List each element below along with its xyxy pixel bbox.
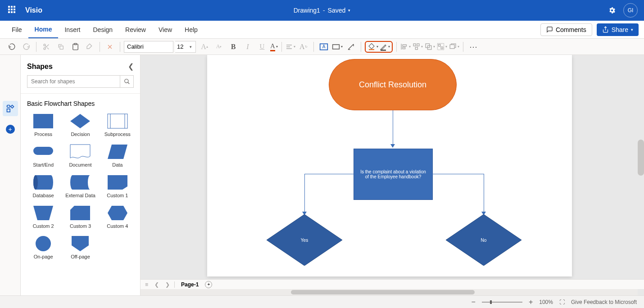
app-launcher-icon[interactable] <box>8 6 17 15</box>
align-button[interactable]: ▾ <box>286 43 295 50</box>
ribbon-tabs: File Home Insert Design Review View Help… <box>0 21 644 39</box>
underline-button[interactable]: U <box>256 41 268 53</box>
text-rotation-button[interactable]: A↻ <box>297 41 310 53</box>
user-avatar[interactable]: GI <box>623 3 638 18</box>
connector-3-h[interactable] <box>432 174 484 174</box>
document-name: Drawing1 <box>294 7 320 14</box>
canvas[interactable]: Conflict Resolution Is the complaint abo… <box>141 55 644 295</box>
svg-rect-17 <box>7 109 10 112</box>
bold-button[interactable]: B <box>227 41 240 53</box>
shape-decision[interactable]: Decision <box>64 113 96 137</box>
shapes-category: Basic Flowchart Shapes <box>27 100 134 107</box>
fit-page-button[interactable]: ⛶ <box>559 299 565 305</box>
shape-onpage[interactable]: On-page <box>27 236 59 259</box>
connector-1[interactable] <box>393 110 393 145</box>
shape-document[interactable]: Document <box>64 144 96 168</box>
search-button[interactable] <box>120 75 134 88</box>
shape-offpage[interactable]: Off-page <box>64 236 96 259</box>
align-objects-button[interactable]: ▾ <box>400 43 411 50</box>
tab-view[interactable]: View <box>152 22 178 38</box>
svg-point-0 <box>44 44 45 46</box>
prev-page-icon[interactable]: ❮ <box>153 281 161 288</box>
connector-3-v[interactable] <box>484 174 484 213</box>
bring-front-button[interactable]: ▾ <box>425 43 435 50</box>
flowchart-start-shape[interactable]: Conflict Resolution <box>329 59 457 110</box>
shape-custom3[interactable]: Custom 3 <box>64 205 96 229</box>
connector-2-h[interactable] <box>304 174 354 174</box>
next-page-icon[interactable]: ❯ <box>163 281 172 288</box>
group-button[interactable]: ▾ <box>437 43 447 50</box>
feedback-link[interactable]: Give Feedback to Microsoft <box>571 299 637 305</box>
tab-review[interactable]: Review <box>119 22 152 38</box>
shape-database[interactable]: Database <box>27 175 59 198</box>
page-tab-active[interactable]: Page-1 <box>177 281 202 288</box>
shape-process[interactable]: Process <box>27 113 59 137</box>
tab-help[interactable]: Help <box>178 22 204 38</box>
tab-design[interactable]: Design <box>86 22 119 38</box>
shape-startend[interactable]: Start/End <box>27 144 59 168</box>
copy-button[interactable] <box>54 41 67 53</box>
connector-2-v[interactable] <box>304 174 305 213</box>
shapes-rail-button[interactable] <box>3 101 18 116</box>
decrease-font-button[interactable]: A▾ <box>213 41 225 53</box>
text-box-button[interactable]: A <box>317 41 330 53</box>
format-painter-button[interactable] <box>83 41 96 53</box>
share-button[interactable]: Share ▾ <box>597 23 639 36</box>
shape-custom2[interactable]: Custom 2 <box>27 205 59 229</box>
flowchart-decision-yes[interactable]: Yes <box>267 214 342 266</box>
status-bar: − + 100% ⛶ Give Feedback to Microsoft <box>0 295 644 308</box>
svg-rect-8 <box>417 44 419 46</box>
tab-insert[interactable]: Insert <box>58 22 86 38</box>
line-color-button[interactable]: ▾ <box>379 43 390 51</box>
flowchart-process-shape[interactable]: Is the complaint about a violation of th… <box>354 149 433 200</box>
more-button[interactable]: ⋯ <box>467 41 480 53</box>
shape-data[interactable]: Data <box>101 144 134 168</box>
shape-external-data[interactable]: External Data <box>64 175 96 198</box>
increase-font-button[interactable]: A▴ <box>198 41 211 53</box>
shape-custom1[interactable]: Custom 1 <box>101 175 134 198</box>
tab-file[interactable]: File <box>5 22 28 38</box>
connector-button[interactable] <box>345 41 357 53</box>
horizontal-scrollbar-track[interactable] <box>141 289 638 295</box>
font-size-select[interactable] <box>175 41 196 53</box>
zoom-slider[interactable] <box>482 302 522 303</box>
font-name-select[interactable] <box>124 41 173 53</box>
redo-button[interactable] <box>20 41 32 53</box>
position-button[interactable]: ▾ <box>413 43 423 50</box>
svg-rect-21 <box>108 114 127 128</box>
add-rail-button[interactable]: + <box>3 122 18 137</box>
zoom-in-button[interactable]: + <box>529 298 533 306</box>
shape-outline-button[interactable]: ▾ <box>332 44 343 50</box>
settings-icon[interactable] <box>608 6 616 14</box>
comments-button[interactable]: Comments <box>540 23 592 36</box>
italic-button[interactable]: I <box>241 41 254 53</box>
zoom-out-button[interactable]: − <box>472 298 476 306</box>
toolbar: ▾ A▴ A▾ B I U A▾ ▾ A↻ A ▾ ▾ ▾ ▾ ▾ ▾ ▾ ▾ … <box>0 39 644 55</box>
vertical-scrollbar[interactable] <box>638 140 644 176</box>
tab-home[interactable]: Home <box>28 21 59 38</box>
shape-subprocess[interactable]: Subprocess <box>101 113 134 137</box>
shapes-panel: Shapes ❮ Basic Flowchart Shapes Process … <box>21 55 141 295</box>
shape-custom4[interactable]: Custom 4 <box>101 205 134 229</box>
collapse-panel-icon[interactable]: ❮ <box>128 62 134 71</box>
paste-button[interactable] <box>69 41 82 53</box>
undo-button[interactable] <box>5 41 18 53</box>
add-page-button[interactable]: + <box>205 281 212 288</box>
layers-button[interactable]: ▾ <box>449 43 459 50</box>
flowchart-decision-no[interactable]: No <box>446 214 522 266</box>
svg-rect-3 <box>74 43 77 45</box>
shape-fill-button[interactable]: ▾ <box>367 43 378 51</box>
page-list-icon[interactable]: ≡ <box>143 281 150 288</box>
share-label: Share <box>612 26 628 33</box>
comments-label: Comments <box>556 26 586 33</box>
delete-button[interactable] <box>104 41 116 53</box>
shapes-search-input[interactable] <box>27 75 120 88</box>
cut-button[interactable] <box>40 41 53 53</box>
svg-rect-19 <box>33 114 53 128</box>
zoom-level[interactable]: 100% <box>539 299 553 305</box>
svg-rect-2 <box>60 46 63 49</box>
document-title[interactable]: Drawing1 - Saved ▾ <box>294 7 351 14</box>
font-color-button[interactable]: A▾ <box>270 42 278 51</box>
svg-marker-27 <box>108 175 127 190</box>
horizontal-scrollbar-thumb[interactable] <box>291 290 475 294</box>
